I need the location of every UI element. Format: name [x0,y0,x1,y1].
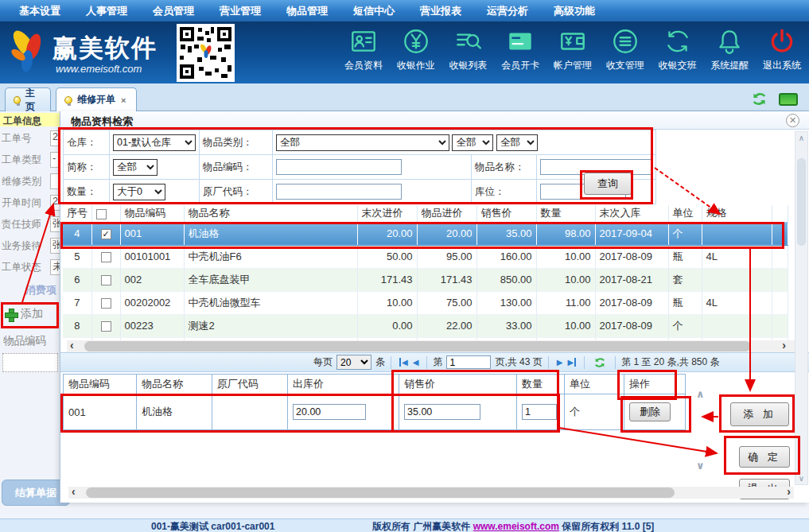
toolbar-item[interactable]: 退出系统 [756,25,807,82]
cashier-yen-icon [401,26,431,56]
row-checkbox[interactable] [101,321,111,332]
cell-code: 001 [64,394,137,430]
abbr-select[interactable]: 全部 [113,159,158,176]
next-page-icon[interactable]: ▶ [557,358,563,367]
sidebar-add-link[interactable]: 添加 [5,307,43,321]
query-button[interactable]: 查询 [584,173,632,195]
sale-price-input[interactable] [404,404,480,420]
cell-sale: 160.00 [476,245,536,268]
sidebar-field: 业务接待张 [2,239,64,257]
col-name: 物品名称 [184,205,357,222]
qty-input[interactable] [522,404,557,420]
search-form: 仓库： 01-默认仓库 物品类别： 全部 全部 全部 简称： 全部 物品编码： … [63,130,656,204]
qty-select[interactable]: 大于0 [113,184,165,200]
sidebar-field: 开单时间2 [2,196,64,214]
toolbar-item[interactable]: 收银列表 [443,25,494,82]
select-all-checkbox[interactable] [96,209,107,219]
selected-items-table: 物品编码 物品名称 原厂代码 出库价 销售价 数量 单位 操作 001 机油格 … [63,374,686,430]
scroll-right-icon[interactable]: › [787,485,791,498]
scroll-left-icon[interactable]: ‹ [70,339,74,351]
cell-code: 00101001 [120,245,184,268]
warehouse-select[interactable]: 01-默认仓库 [113,134,196,151]
tab-repair-order[interactable]: 维修开单 × [56,87,137,111]
sidebar-item-code-label: 物品编码 [3,334,46,348]
page-vscrollbar[interactable]: ∧ ∨ [795,131,808,485]
cell-last-in: 2017-08-09 [595,291,668,314]
scroll-down-icon[interactable]: ∨ [795,474,807,483]
category-select-2[interactable]: 全部 [452,134,493,151]
category-select-1[interactable]: 全部 [276,134,449,151]
toolbar-item[interactable]: 收支管理 [600,25,651,82]
cell-last-in: 2017-09-04 [595,222,668,245]
row-checkbox[interactable] [101,275,111,285]
menu-item-营业报表[interactable]: 营业报表 [407,4,474,18]
menu-item-物品管理[interactable]: 物品管理 [274,4,340,18]
tab-home[interactable]: 主页 [5,87,51,111]
emeisoft-link[interactable]: www.emeisoft.com [473,521,559,532]
inner-scroll-up-icon[interactable]: ∧ [696,388,705,400]
delete-button[interactable]: 删除 [629,402,671,421]
scroll-up-icon[interactable]: ∧ [795,134,807,142]
toolbar-item[interactable]: 帐户管理 [547,25,598,82]
cell-seq: 5 [63,245,91,268]
grid-hscrollbar[interactable]: ‹ › [67,340,800,352]
prev-page-icon[interactable]: ◀ [413,358,419,367]
sidebar-item-code-input[interactable] [2,353,58,372]
item-code-input[interactable] [276,159,402,175]
scroll-left-icon[interactable]: ‹ [72,485,76,498]
toolbar-item-label: 帐户管理 [554,59,592,72]
panel-hscrollbar[interactable]: ‹ › [68,487,794,499]
oem-input[interactable] [276,184,402,200]
category-select-3[interactable]: 全部 [496,134,538,151]
row-checkbox[interactable]: ✓ [101,229,111,239]
add-button[interactable]: 添 加 [730,402,789,426]
toolbar-item[interactable]: 会员资料 [338,25,389,82]
pagination-bar: 每页 20 条 ◀ ◀ 第 页,共 43 页 ▶ ▶ 第 1 至 20 条,共 … [60,352,809,372]
toolbar-item[interactable]: 会员开卡 [495,25,546,82]
refresh-tabs-icon[interactable] [751,91,768,107]
sidebar-field: 工单号2 [2,132,64,150]
cell-name: 测速2 [184,314,357,337]
menu-item-基本设置[interactable]: 基本设置 [6,4,73,18]
toolbar-item[interactable]: 系统提醒 [704,25,755,82]
menu-item-运营分析[interactable]: 运营分析 [474,4,541,18]
grid-row[interactable]: 800223测速20.0022.0033.0010.002017-08-09个 [63,314,788,337]
refresh-grid-icon[interactable] [593,356,606,369]
scroll-right-icon[interactable]: › [782,339,786,351]
goods-search-panel: 物品资料检索 ✕ 仓库： 01-默认仓库 物品类别： 全部 全部 全部 简称： … [60,111,809,503]
bcol-oem: 原厂代码 [212,375,288,394]
row-checkbox[interactable] [101,298,111,309]
cell-spec: 4L [702,245,772,268]
menu-item-短信中心[interactable]: 短信中心 [340,4,407,18]
menu-item-人事管理[interactable]: 人事管理 [73,4,140,18]
per-page-select[interactable]: 20 [336,355,371,370]
toolbar-item[interactable]: 收银交班 [652,25,703,82]
grid-row[interactable]: 500101001中壳机油F650.0095.00160.0010.002017… [63,245,788,268]
cell-code: 002 [120,268,184,291]
grid-row[interactable]: 6002全车底盘装甲171.43171.43850.0010.002017-08… [63,268,788,291]
sidebar-field-label: 业务接待 [2,240,41,251]
confirm-button[interactable]: 确 定 [739,446,790,468]
first-page-icon[interactable]: ◀ [399,358,408,367]
bell-icon [714,26,745,56]
tab-close-icon[interactable]: × [121,95,126,105]
grid-row[interactable]: 4✓001机油格20.0020.0035.0098.002017-09-04个 [63,222,788,245]
last-page-icon[interactable]: ▶ [567,358,576,367]
menu-item-会员管理[interactable]: 会员管理 [140,4,207,18]
cell-last-price: 20.00 [357,222,417,245]
panel-close-icon[interactable]: ✕ [786,114,799,127]
menu-item-高级功能[interactable]: 高级功能 [541,4,608,18]
cell-spec [702,268,772,291]
out-price-input[interactable] [293,404,366,420]
brand-logo-flower-icon [6,26,51,79]
row-checkbox[interactable] [101,252,111,262]
cell-spec [702,222,772,245]
session-indicator-icon[interactable] [779,93,798,106]
toolbar-item[interactable]: 收银作业 [391,25,441,82]
cell-qty: 10.00 [536,245,595,268]
inner-scroll-down-icon[interactable]: ∨ [696,460,705,472]
qr-code [177,24,235,82]
grid-row[interactable]: 700202002中壳机油微型车10.0075.00130.0011.00201… [63,291,788,314]
menu-item-营业管理[interactable]: 营业管理 [207,4,274,18]
page-number-input[interactable] [446,355,491,369]
